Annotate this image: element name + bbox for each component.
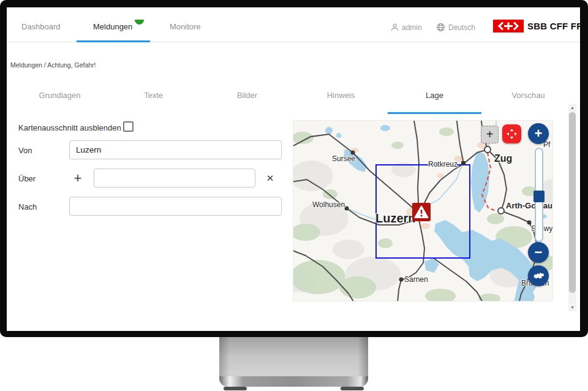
scrollbar-thumb[interactable]	[569, 112, 576, 293]
overview-toggle-button[interactable]: +	[481, 126, 499, 143]
breadcrumb: Meldungen / Achtung, Gefahr!	[10, 61, 96, 69]
page: Dashboard Meldungen Monitore admin Deuts…	[0, 0, 588, 391]
content-scrollbar[interactable]: ▲ ▼	[568, 104, 576, 311]
active-nav-underline	[77, 40, 150, 42]
map-label-wolhusen: Wolhusen	[312, 200, 345, 209]
nach-input[interactable]	[69, 197, 282, 216]
zoom-slider-handle[interactable]	[533, 191, 545, 202]
monitor-stand-base	[219, 376, 368, 387]
ueber-input[interactable]	[94, 169, 255, 188]
user-menu[interactable]: admin	[402, 23, 422, 32]
tab-bilder[interactable]: Bilder	[200, 86, 294, 105]
clear-via-button[interactable]: ✕	[263, 171, 277, 186]
detail-tabs: Grundlagen Texte Bilder Hinweis Lage Vor…	[13, 86, 575, 105]
map-label-luzern: Luzern	[375, 211, 416, 226]
map-canvas[interactable]: Sursee Wolhusen Luzern Rotkreuz Zug Arth…	[293, 120, 553, 302]
map-label-sursee: Sursee	[332, 154, 355, 163]
switzerland-icon	[532, 271, 545, 280]
meldungen-status-badge	[135, 20, 144, 25]
zoom-slider[interactable]	[535, 148, 543, 242]
tab-lage[interactable]: Lage	[388, 86, 481, 105]
ueber-label: Über	[18, 174, 36, 183]
zoom-in-button[interactable]: +	[528, 123, 549, 144]
hide-map-checkbox[interactable]	[123, 121, 134, 132]
user-icon	[390, 23, 399, 32]
reset-view-button[interactable]	[528, 265, 549, 286]
map-label-sarnen: Sarnen	[404, 275, 428, 284]
language-menu[interactable]: Deutsch	[448, 23, 475, 32]
hide-map-label: Kartenausschnitt ausblenden	[18, 123, 121, 132]
tab-grundlagen[interactable]: Grundlagen	[13, 86, 107, 105]
monitor-foot	[224, 387, 247, 390]
monitor-foot	[341, 387, 364, 390]
app-screen: Dashboard Meldungen Monitore admin Deuts…	[7, 7, 580, 331]
danger-marker-icon[interactable]	[412, 203, 431, 221]
von-label: Von	[18, 146, 32, 155]
tab-hinweis[interactable]: Hinweis	[294, 86, 388, 105]
add-via-button[interactable]: +	[70, 171, 85, 186]
sbb-logo-icon	[493, 20, 524, 32]
nav-item-meldungen[interactable]: Meldungen	[93, 22, 132, 31]
nav-item-monitore[interactable]: Monitore	[170, 22, 201, 31]
map-label-rotkreuz: Rotkreuz	[428, 160, 458, 169]
von-input[interactable]	[69, 140, 282, 159]
globe-icon	[436, 23, 445, 32]
brand-wordmark: SBB CFF FFS	[527, 21, 580, 31]
scroll-down-arrow[interactable]: ▼	[568, 304, 576, 311]
zoom-out-button[interactable]: −	[528, 242, 549, 263]
pan-mode-button[interactable]	[502, 124, 521, 143]
map-label-zug: Zug	[494, 153, 512, 164]
scroll-up-arrow[interactable]: ▲	[568, 104, 576, 112]
tab-vorschau[interactable]: Vorschau	[481, 86, 575, 105]
tab-texte[interactable]: Texte	[107, 86, 200, 105]
move-icon	[505, 127, 518, 140]
top-navbar: Dashboard Meldungen Monitore admin Deuts…	[7, 7, 580, 42]
map-label-arth-goldau: Arth-Goldau	[506, 201, 552, 210]
nach-label: Nach	[18, 202, 37, 211]
nav-item-dashboard[interactable]: Dashboard	[21, 22, 61, 31]
